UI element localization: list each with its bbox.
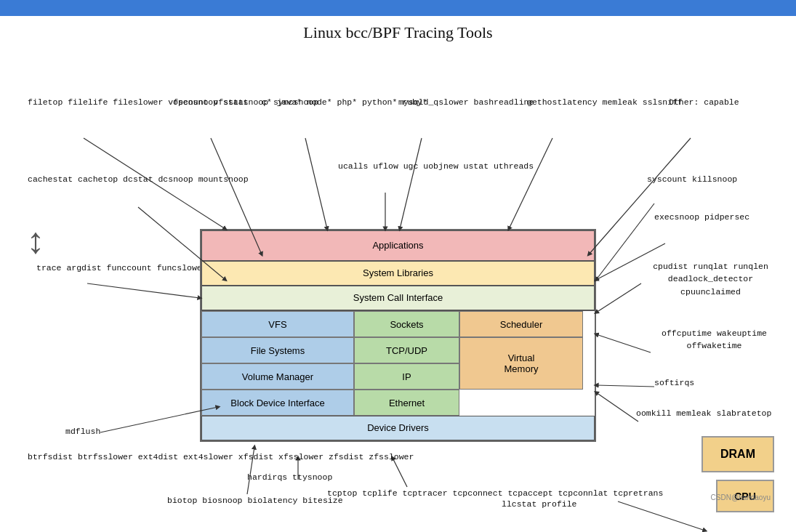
svg-line-11 — [596, 283, 641, 313]
kernel-diagram: Applications System Libraries System Cal… — [200, 229, 596, 442]
layer-applications: Applications — [201, 230, 595, 261]
svg-line-10 — [87, 283, 200, 298]
layer-devicedrivers: Device Drivers — [201, 416, 595, 440]
content: Linux bcc/BPF Tracing Tools filetop file… — [0, 16, 796, 520]
label-mysqld: mysqld_qslower bashreadline — [398, 96, 534, 108]
dram-box: DRAM — [701, 436, 774, 472]
svg-line-12 — [596, 334, 651, 352]
svg-line-13 — [596, 385, 654, 387]
label-syscount: syscount killsnoop — [647, 173, 737, 185]
layer-syslibs: System Libraries — [201, 261, 595, 286]
inner-grid: VFS Sockets Scheduler File Systems TCP/U… — [201, 310, 595, 416]
label-cachestat: cachestat cachetop dcstat dcsnoop mounts… — [28, 173, 249, 185]
box-tcpudp: TCP/UDP — [354, 337, 459, 363]
box-scheduler: Scheduler — [459, 311, 583, 337]
label-other: Other: capable — [669, 96, 739, 108]
label-oomkill: oomkill memleak slabratetop — [636, 407, 771, 419]
box-volumemanager: Volume Manager — [201, 363, 354, 390]
box-ip: IP — [354, 363, 459, 390]
label-btrfsdist: btrfsdist btrfsslower ext4dist ext4slowe… — [28, 451, 414, 463]
svg-line-5 — [589, 138, 691, 254]
label-tcptop: tcptop tcplife tcptracer tcpconnect tcpa… — [327, 487, 663, 499]
big-arrow: ↕ — [25, 225, 47, 262]
label-softirqs: softirqs — [654, 376, 694, 389]
svg-line-2 — [305, 138, 327, 229]
label-llcstat: llcstat profile — [502, 498, 577, 510]
layer-syscall: System Call Interface — [201, 286, 595, 310]
label-cpudist: cpudist runqlat runqlen deadlock_detecto… — [640, 260, 781, 298]
svg-line-19 — [618, 501, 705, 531]
page-title: Linux bcc/BPF Tracing Tools — [15, 23, 781, 42]
box-filesystems: File Systems — [201, 337, 354, 363]
svg-line-3 — [400, 138, 422, 229]
box-virtualmem: Virtual Memory — [459, 337, 583, 390]
svg-line-4 — [509, 138, 552, 229]
watermark: CSDN@bandaoyu — [711, 493, 771, 501]
label-mdflush: mdflush — [65, 425, 100, 438]
label-ucalls: ucalls uflow ugc uobjnew ustat uthreads — [338, 160, 534, 172]
svg-line-14 — [596, 392, 638, 422]
label-execsnoop: execsnoop pidpersec — [654, 211, 749, 223]
label-hardirqs: hardirqs ttysnoop — [247, 471, 332, 483]
box-blockdevice: Block Device Interface — [201, 390, 354, 416]
label-offcputime: offcputime wakeuptime offwaketime — [647, 327, 781, 352]
label-gethostlatency: gethostlatency memleak sslsniff — [527, 96, 683, 108]
box-ethernet: Ethernet — [354, 390, 459, 416]
box-vfs: VFS — [201, 311, 354, 337]
diagram-area: filetop filelife fileslower vfscount vfs… — [15, 51, 781, 516]
top-bar — [0, 0, 796, 16]
label-biotop: biotop biosnoop biolatency bitesize — [167, 494, 343, 507]
box-sockets: Sockets — [354, 311, 459, 337]
